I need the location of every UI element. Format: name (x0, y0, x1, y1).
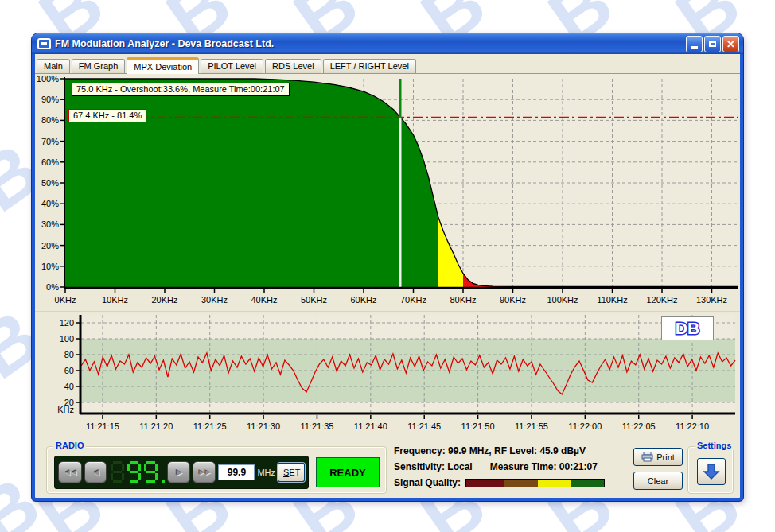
maximize-icon (709, 41, 716, 47)
client-area: MainFM GraphMPX DeviationPILOT LevelRDS … (35, 54, 740, 498)
tab-rds-level[interactable]: RDS Level (265, 59, 321, 73)
svg-text:90%: 90% (41, 95, 59, 104)
svg-text:100%: 100% (37, 74, 59, 83)
svg-text:10KHz: 10KHz (102, 295, 128, 305)
tab-main[interactable]: Main (37, 59, 70, 73)
signal-quality-segment-1 (504, 480, 538, 487)
svg-text:30%: 30% (41, 219, 59, 229)
svg-text:30KHz: 30KHz (201, 295, 228, 305)
minimize-icon (691, 46, 698, 49)
step-up-button[interactable]: ► (167, 461, 189, 483)
close-button[interactable]: ✕ (722, 36, 739, 52)
action-buttons: Print Clear (633, 448, 683, 490)
radio-group-label: RADIO (53, 441, 86, 450)
svg-text:11:21:35: 11:21:35 (300, 421, 333, 431)
download-arrow-icon (703, 463, 720, 480)
db-logo-icon: DB (667, 319, 708, 338)
set-button[interactable]: SET (278, 463, 305, 482)
svg-text:110KHz: 110KHz (597, 295, 627, 305)
minimize-button[interactable] (686, 36, 703, 52)
svg-text:80: 80 (64, 350, 74, 359)
signal-quality-segment-3 (571, 480, 604, 487)
svg-text:11:21:20: 11:21:20 (139, 421, 173, 431)
signal-quality-segment-0 (466, 480, 504, 487)
svg-text:11:22:10: 11:22:10 (676, 421, 709, 431)
threshold-annotation: 67.4 KHz - 81.4% (68, 109, 146, 122)
window-title: FM Modulation Analyzer - Deva Broadcast … (55, 38, 686, 49)
tab-strip: MainFM GraphMPX DeviationPILOT LevelRDS … (37, 56, 418, 73)
svg-text:70KHz: 70KHz (400, 295, 426, 305)
svg-text:40: 40 (64, 382, 74, 391)
clear-button[interactable]: Clear (633, 472, 683, 490)
svg-text:11:21:45: 11:21:45 (407, 421, 441, 431)
deva-broadcast-logo: DB (661, 316, 714, 340)
svg-text:11:22:05: 11:22:05 (622, 421, 656, 431)
svg-text:100KHz: 100KHz (547, 295, 578, 305)
app-icon (37, 38, 51, 49)
tab-mpx-deviation[interactable]: MPX Deviation (127, 57, 199, 74)
seek-up-button[interactable]: ►► (193, 461, 216, 483)
svg-text:60: 60 (64, 366, 74, 375)
svg-text:11:21:50: 11:21:50 (461, 421, 495, 431)
svg-text:20%: 20% (41, 241, 59, 250)
maximize-button[interactable] (704, 36, 721, 52)
desktop: BBBBBBBBBBBBBBBBBBBBBBBBBBB FM Modulatio… (0, 0, 775, 532)
svg-text:60%: 60% (41, 157, 59, 167)
frequency-rf-line: Frequency: 99.9 MHz, RF Level: 45.9 dBµV (394, 443, 633, 459)
title-bar[interactable]: FM Modulation Analyzer - Deva Broadcast … (32, 33, 743, 54)
signal-quality-segment-2 (538, 480, 571, 487)
overshoot-annotation: 75.0 KHz - Overshoot:33.6%, Measure Time… (72, 83, 290, 96)
svg-text:0%: 0% (46, 282, 59, 292)
deviation-history-plot: 12010080604020KHz11:21:1511:21:2011:21:2… (35, 312, 740, 439)
svg-text:130KHz: 130KHz (696, 295, 727, 305)
tab-pilot-level[interactable]: PILOT Level (201, 59, 263, 73)
svg-text:50%: 50% (41, 178, 59, 188)
svg-text:80KHz: 80KHz (450, 295, 476, 305)
radio-groupbox: RADIO ◄◄◄►►►MHzSET READY (46, 446, 387, 494)
signal-quality-bar (465, 479, 605, 487)
control-panel: RADIO ◄◄◄►►►MHzSET READY Frequency: 99.9… (35, 440, 740, 497)
deviation-history-chart: 12010080604020KHz11:21:1511:21:2011:21:2… (35, 311, 740, 438)
signal-quality-label: Signal Quality: (394, 477, 461, 488)
svg-text:120KHz: 120KHz (646, 295, 677, 305)
settings-group-label: Settings (695, 441, 734, 450)
svg-text:120: 120 (60, 318, 74, 328)
svg-text:10%: 10% (41, 262, 59, 271)
mpx-deviation-chart: 100%90%80%70%60%50%40%30%20%10%0%0KHz10K… (35, 74, 740, 309)
svg-text:KHz: KHz (57, 405, 74, 414)
mhz-label: MHz (257, 468, 275, 477)
svg-text:90KHz: 90KHz (500, 295, 526, 305)
svg-text:11:21:25: 11:21:25 (193, 421, 227, 431)
svg-text:11:21:15: 11:21:15 (86, 421, 119, 431)
sensitivity-value: Sensitivity: Local (394, 461, 473, 472)
status-badge: READY (316, 457, 380, 487)
svg-text:100: 100 (60, 334, 74, 344)
svg-text:40KHz: 40KHz (251, 295, 277, 305)
radio-tuner-panel: ◄◄◄►►►MHzSET (54, 456, 309, 489)
svg-text:60KHz: 60KHz (350, 295, 376, 305)
svg-text:11:21:30: 11:21:30 (247, 421, 280, 431)
svg-text:50KHz: 50KHz (301, 295, 327, 305)
svg-text:40%: 40% (41, 199, 59, 208)
print-button[interactable]: Print (633, 448, 683, 466)
svg-text:0KHz: 0KHz (55, 295, 76, 305)
settings-groupbox: Settings (687, 446, 734, 494)
sensitivity-line: Sensitivity: Local Measure Time: 00:21:0… (394, 459, 633, 475)
frequency-input[interactable] (218, 464, 255, 480)
svg-text:DB: DB (676, 319, 699, 337)
measurement-info: Frequency: 99.9 MHz, RF Level: 45.9 dBµV… (394, 443, 633, 491)
frequency-7seg-display (109, 460, 165, 485)
svg-text:80%: 80% (41, 115, 59, 125)
close-icon: ✕ (726, 38, 735, 50)
svg-text:70%: 70% (41, 137, 59, 146)
svg-text:11:22:00: 11:22:00 (568, 421, 602, 431)
tab-fm-graph[interactable]: FM Graph (72, 59, 126, 73)
step-down-button[interactable]: ◄ (84, 461, 107, 483)
seek-down-button[interactable]: ◄◄ (58, 461, 82, 483)
printer-icon (641, 452, 653, 462)
svg-text:20KHz: 20KHz (151, 295, 177, 305)
app-window: FM Modulation Analyzer - Deva Broadcast … (32, 33, 743, 501)
settings-button[interactable] (697, 458, 726, 485)
tab-left-right-level[interactable]: LEFT / RIGHT Level (323, 59, 416, 73)
signal-quality-line: Signal Quality: (394, 475, 633, 491)
